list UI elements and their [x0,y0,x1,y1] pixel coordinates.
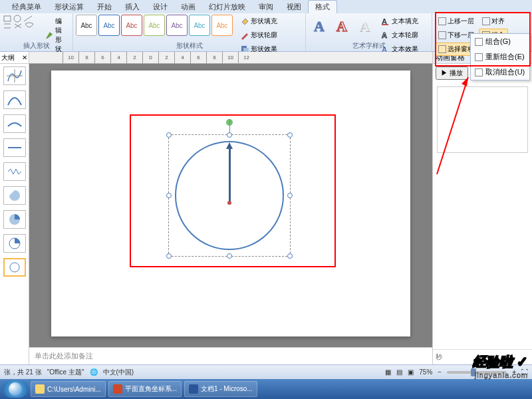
group-wordart-styles-label: 艺术字样式 [306,41,432,51]
zoom-knob[interactable] [471,368,476,376]
arrow-shape[interactable] [229,149,231,203]
group-item-icon [475,38,483,46]
handle-ne[interactable] [287,132,293,138]
arrow-head-icon [226,142,233,149]
wordart-style-2[interactable]: A [331,15,352,39]
svg-rect-8 [382,24,388,25]
slide-thumb-9[interactable] [3,258,26,277]
shape-style-6[interactable]: Abc [189,15,210,36]
play-label: 播放 [450,69,463,76]
workspace: 大纲 ✕ 108642 02468 1012 [0,52,532,364]
folder-icon [35,384,45,394]
bring-forward-button[interactable]: 上移一层 [435,15,477,28]
horizontal-ruler: 108642 02468 1012 [29,52,432,64]
handle-e[interactable] [287,193,293,198]
zoom-value: 75% [419,368,432,376]
text-outline-label: 文本轮廓 [392,31,418,40]
notes-area[interactable]: 单击此处添加备注 [29,347,432,364]
status-lang-icon: 🌐 [90,368,98,376]
bring-forward-label: 上移一层 [448,17,474,26]
shape-style-4[interactable]: Abc [144,15,165,36]
paint-bucket-icon [240,17,249,26]
tab-shape-op[interactable]: 形状运算 [48,1,90,13]
tab-format[interactable]: 格式 [308,0,337,13]
windows-orb-icon [9,382,22,396]
slide-thumb-4[interactable] [3,138,26,157]
slide-thumb-3[interactable] [3,114,26,133]
align-button[interactable]: 对齐 [479,15,508,28]
handle-s[interactable] [227,253,232,259]
taskbar-app1: 平面直角坐标系... [125,384,177,394]
anim-mini-slide [437,86,528,153]
taskbar-app2: 文档1 - Microso... [201,384,253,394]
tab-insert[interactable]: 插入 [118,1,146,13]
slide-thumb-7[interactable] [3,210,26,229]
group-insert-shapes-label: 插入形状 [0,41,72,51]
canvas-area: 108642 02468 1012 [29,52,432,364]
tab-review[interactable]: 审阅 [252,1,280,13]
zoom-out-button[interactable]: − [438,368,442,376]
view-slideshow-icon[interactable]: ▣ [408,368,414,376]
pen-icon [240,31,249,40]
slide[interactable] [51,70,410,336]
handle-nw[interactable] [166,132,172,138]
tab-design[interactable]: 设计 [146,1,174,13]
status-bar: 张，共 21 张 "Office 主题" 🌐 中文(中国) ▦ ▤ ▣ 75% … [0,364,532,379]
slide-thumb-8[interactable] [3,234,26,253]
shape-fill-button[interactable]: 形状填充 [237,15,281,28]
text-outline-button[interactable]: A 文本轮廓 [378,29,422,42]
notes-placeholder: 单击此处添加备注 [35,351,93,361]
ribbon-tabs: 经典菜单 形状运算 开始 插入 设计 动画 幻灯片放映 审阅 视图 格式 [0,0,532,13]
menu-regroup-label: 重新组合(E) [485,52,525,62]
menu-group-label: 组合(G) [485,37,511,47]
menu-regroup[interactable]: 重新组合(E) [471,49,529,65]
view-normal-icon[interactable]: ▦ [385,368,391,376]
slide-thumb-2[interactable] [3,90,26,109]
canvas-inner[interactable] [29,64,432,347]
shape-style-2[interactable]: Abc [98,15,120,36]
regroup-item-icon [475,53,483,61]
tab-slideshow[interactable]: 幻灯片放映 [202,1,252,13]
shape-style-7[interactable]: Abc [211,15,233,36]
handle-w[interactable] [166,193,172,198]
wordart-style-1[interactable]: A [309,15,330,39]
svg-point-15 [10,263,19,272]
wordart-style-3[interactable]: A [354,15,375,39]
tab-animation[interactable]: 动画 [174,1,202,13]
slide-thumb-5[interactable] [3,162,26,181]
edit-shape-icon [45,31,54,40]
handle-n[interactable] [227,132,232,138]
text-fill-button[interactable]: A 文本填充 [378,15,422,28]
shape-style-1[interactable]: Abc [76,15,97,36]
ribbon: 编辑形状 A 文本框 插入形状 Abc Abc Abc Abc Abc Abc … [0,13,532,52]
text-outline-icon: A [381,31,390,40]
tab-view[interactable]: 视图 [280,1,308,13]
shape-outline-button[interactable]: 形状轮廓 [237,29,281,42]
view-sorter-icon[interactable]: ▤ [396,368,402,376]
taskbar-powerpoint[interactable]: 平面直角坐标系... [108,381,182,397]
menu-ungroup[interactable]: 取消组合(U) [471,65,529,80]
status-lang: 中文(中国) [103,368,134,377]
align-icon [482,17,490,25]
start-button[interactable] [3,380,28,398]
tab-classic-menu[interactable]: 经典菜单 [5,1,48,13]
menu-group[interactable]: 组合(G) [471,34,529,49]
handle-se[interactable] [287,253,293,259]
shape-style-5[interactable]: Abc [166,15,188,36]
play-button[interactable]: ▶ 播放 [436,66,468,80]
zoom-slider[interactable] [447,371,507,374]
tab-home[interactable]: 开始 [90,1,118,13]
handle-sw[interactable] [166,253,172,259]
taskbar-word[interactable]: 文档1 - Microso... [184,381,257,397]
send-backward-icon [438,31,446,39]
zoom-in-button[interactable]: + [512,368,516,376]
shape-style-3[interactable]: Abc [121,15,142,36]
shape-fill-label: 形状填充 [251,17,277,26]
svg-line-2 [24,16,32,21]
taskbar-explorer[interactable]: C:\Users\Admini... [31,381,106,397]
shapes-gallery-icon[interactable] [3,15,40,31]
fit-button[interactable]: ⛶ [521,368,528,376]
slide-thumb-6[interactable] [3,186,26,205]
arrow-base-dot [227,201,231,205]
group-dropdown-menu: 组合(G) 重新组合(E) 取消组合(U) [470,33,530,80]
